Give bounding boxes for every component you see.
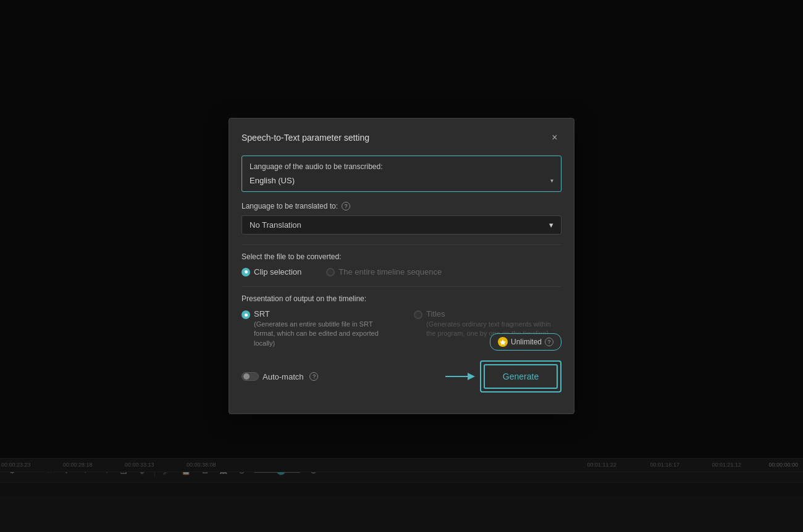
translate-select[interactable]: No Translation ▾ — [242, 215, 561, 235]
bottom-right: Unlimited ? Generate — [444, 360, 561, 393]
translate-section: Language to be translated to: ? No Trans… — [242, 202, 561, 235]
srt-radio-circle — [242, 310, 250, 319]
timeline-sequence-radio[interactable]: The entire timeline sequence — [326, 267, 442, 276]
auto-match-toggle[interactable] — [242, 372, 259, 381]
srt-desc: (Generates an entire subtitle file in SR… — [254, 320, 389, 348]
auto-match-help-icon[interactable]: ? — [309, 372, 318, 381]
lang-audio-chevron-icon: ▾ — [550, 177, 553, 184]
translate-help-icon[interactable]: ? — [342, 202, 350, 210]
lang-audio-section[interactable]: Language of the audio to be transcribed:… — [242, 156, 561, 192]
divider-2 — [242, 286, 561, 287]
clip-selection-radio[interactable]: Clip selection — [242, 267, 301, 276]
unlimited-badge: Unlimited ? — [490, 333, 561, 351]
auto-match-row: Auto-match ? — [242, 372, 318, 381]
file-section: Select the file to be converted: Clip se… — [242, 252, 561, 276]
unlimited-help-icon[interactable]: ? — [545, 338, 553, 346]
lang-audio-select[interactable]: English (US) ▾ — [250, 176, 553, 185]
translate-label: Language to be translated to: — [242, 202, 338, 210]
translate-chevron-icon: ▾ — [549, 220, 553, 230]
unlimited-icon — [498, 337, 508, 347]
file-section-label: Select the file to be converted: — [242, 252, 561, 261]
close-button[interactable]: × — [548, 131, 561, 144]
speech-to-text-dialog: Speech-to-Text parameter setting × Langu… — [229, 118, 574, 414]
generate-button[interactable]: Generate — [484, 364, 558, 389]
svg-marker-1 — [468, 373, 475, 380]
srt-radio-row: SRT (Generates an entire subtitle file i… — [242, 309, 389, 348]
lang-audio-value: English (US) — [250, 176, 550, 185]
bottom-section: Auto-match ? Unlimited ? — [242, 360, 561, 393]
srt-option[interactable]: SRT (Generates an entire subtitle file i… — [242, 309, 389, 348]
modal-title: Speech-to-Text parameter setting — [242, 133, 369, 143]
arrow-icon — [444, 369, 475, 384]
srt-label: SRT — [254, 309, 389, 318]
star-icon — [500, 339, 506, 345]
modal-overlay: Speech-to-Text parameter setting × Langu… — [0, 0, 803, 532]
unlimited-text: Unlimited — [511, 338, 542, 346]
modal-header: Speech-to-Text parameter setting × — [242, 131, 561, 144]
file-radio-row: Clip selection The entire timeline seque… — [242, 267, 561, 276]
auto-match-label: Auto-match — [263, 372, 303, 381]
clip-selection-radio-circle — [242, 268, 250, 276]
translate-value: No Translation — [250, 220, 301, 230]
titles-label: Titles — [426, 309, 561, 318]
presentation-label: Presentation of output on the timeline: — [242, 294, 561, 303]
timeline-sequence-label: The entire timeline sequence — [338, 267, 442, 276]
lang-audio-label: Language of the audio to be transcribed: — [250, 162, 553, 171]
clip-selection-label: Clip selection — [254, 267, 301, 276]
translate-label-row: Language to be translated to: ? — [242, 202, 561, 210]
arrow-container — [444, 369, 475, 384]
generate-wrapper: Generate — [480, 360, 561, 393]
timeline-sequence-radio-circle — [326, 268, 335, 276]
titles-radio-circle — [414, 310, 423, 319]
divider-1 — [242, 244, 561, 245]
